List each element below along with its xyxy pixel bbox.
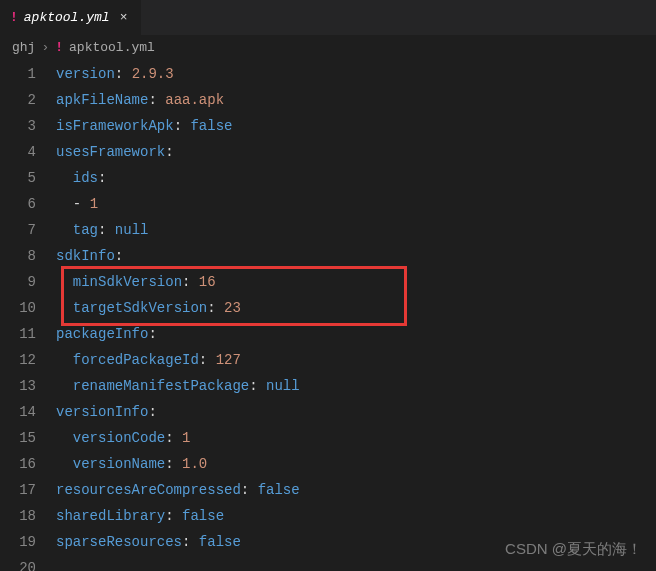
code-line[interactable]: sdkInfo: (56, 243, 656, 269)
line-number: 17 (0, 477, 56, 503)
line-number: 2 (0, 87, 56, 113)
code-line[interactable]: forcedPackageId: 127 (56, 347, 656, 373)
tab-apktool[interactable]: ! apktool.yml × (0, 0, 142, 35)
code-editor[interactable]: 1234567891011121314151617181920 version:… (0, 59, 656, 571)
code-line[interactable]: renameManifestPackage: null (56, 373, 656, 399)
line-number: 9 (0, 269, 56, 295)
line-number: 18 (0, 503, 56, 529)
line-number: 16 (0, 451, 56, 477)
tab-bar: ! apktool.yml × (0, 0, 656, 36)
line-number: 4 (0, 139, 56, 165)
line-number-gutter: 1234567891011121314151617181920 (0, 59, 56, 571)
line-number: 14 (0, 399, 56, 425)
line-number: 5 (0, 165, 56, 191)
code-line[interactable]: isFrameworkApk: false (56, 113, 656, 139)
line-number: 8 (0, 243, 56, 269)
yaml-icon: ! (55, 40, 63, 55)
line-number: 19 (0, 529, 56, 555)
line-number: 13 (0, 373, 56, 399)
line-number: 3 (0, 113, 56, 139)
code-line[interactable]: resourcesAreCompressed: false (56, 477, 656, 503)
tab-label: apktool.yml (24, 10, 110, 25)
code-content[interactable]: version: 2.9.3apkFileName: aaa.apkisFram… (56, 59, 656, 571)
line-number: 20 (0, 555, 56, 571)
code-line[interactable]: usesFramework: (56, 139, 656, 165)
breadcrumb[interactable]: ghj › ! apktool.yml (0, 36, 656, 59)
code-line[interactable]: version: 2.9.3 (56, 61, 656, 87)
code-line[interactable]: tag: null (56, 217, 656, 243)
close-icon[interactable]: × (116, 8, 132, 27)
code-line[interactable]: versionInfo: (56, 399, 656, 425)
line-number: 15 (0, 425, 56, 451)
line-number: 11 (0, 321, 56, 347)
code-line[interactable]: - 1 (56, 191, 656, 217)
code-line[interactable]: ids: (56, 165, 656, 191)
breadcrumb-file[interactable]: apktool.yml (69, 40, 155, 55)
chevron-right-icon: › (41, 40, 49, 55)
code-line[interactable]: minSdkVersion: 16 (56, 269, 656, 295)
line-number: 6 (0, 191, 56, 217)
code-line[interactable]: targetSdkVersion: 23 (56, 295, 656, 321)
code-line[interactable]: packageInfo: (56, 321, 656, 347)
line-number: 1 (0, 61, 56, 87)
code-line[interactable]: versionName: 1.0 (56, 451, 656, 477)
watermark: CSDN @夏天的海！ (505, 540, 642, 559)
yaml-icon: ! (10, 10, 18, 25)
code-line[interactable]: apkFileName: aaa.apk (56, 87, 656, 113)
code-line[interactable]: versionCode: 1 (56, 425, 656, 451)
breadcrumb-folder[interactable]: ghj (12, 40, 35, 55)
line-number: 10 (0, 295, 56, 321)
line-number: 12 (0, 347, 56, 373)
code-line[interactable]: sharedLibrary: false (56, 503, 656, 529)
line-number: 7 (0, 217, 56, 243)
